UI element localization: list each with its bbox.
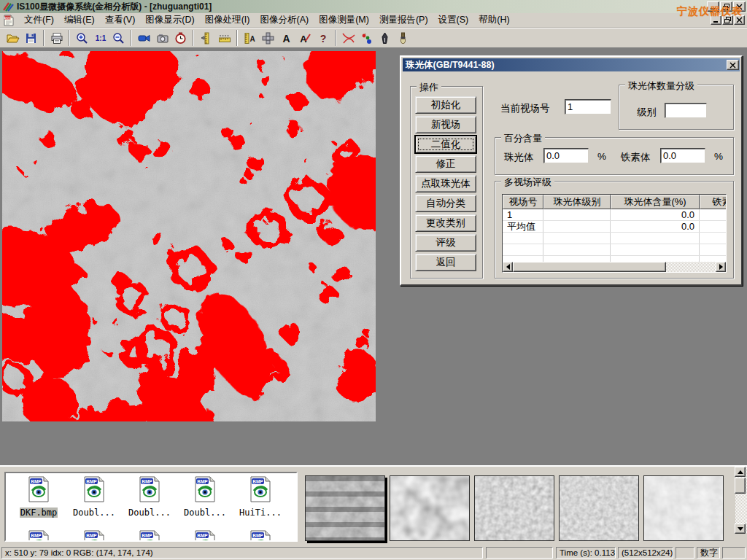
status-spare-1 — [486, 547, 553, 559]
ferrite-percent-input[interactable]: 0.0 — [660, 148, 705, 163]
scrollbar-thumb[interactable] — [513, 262, 666, 272]
scroll-right-button[interactable] — [716, 262, 726, 272]
measure-label-button[interactable]: A — [241, 29, 259, 47]
timer-button[interactable] — [171, 29, 190, 47]
merge-button[interactable] — [259, 29, 277, 47]
bmp-file-icon: BMP — [194, 530, 216, 542]
pearlite-percent-input[interactable]: 0.0 — [543, 148, 589, 163]
file-name[interactable]: Doubl... — [128, 508, 171, 518]
video-camera-button[interactable] — [135, 29, 153, 47]
pen-tool-button[interactable] — [376, 29, 394, 47]
col-pearlite-grade[interactable]: 珠光体级别 — [543, 195, 611, 209]
dialog-title: 珠光体(GB/T9441-88) — [406, 59, 495, 71]
brush-tool-button[interactable] — [394, 29, 412, 47]
menu-image-measure[interactable]: 图像测量(M) — [314, 12, 374, 28]
multi-field-group-label: 多视场评级 — [501, 176, 554, 189]
file-item[interactable]: BMPDoubl... — [67, 476, 121, 518]
thumbnail-1[interactable] — [305, 475, 385, 541]
menu-file[interactable]: 文件(F) — [19, 12, 59, 28]
text-icon: A — [280, 32, 293, 44]
scrollbar-thumb[interactable] — [735, 478, 746, 494]
zoom-out-button[interactable] — [109, 29, 128, 47]
grade-input[interactable] — [665, 103, 707, 118]
change-class-button[interactable]: 更改类别 — [415, 214, 476, 232]
dialog-title-bar[interactable]: 珠光体(GB/T9441-88) — [403, 58, 740, 71]
file-name[interactable]: DKF.bmp — [20, 508, 58, 518]
file-item[interactable]: BMP — [233, 530, 287, 542]
cell-ferrite-content — [700, 209, 727, 220]
cell-ferrite-content — [700, 221, 727, 232]
particle-tool-button[interactable] — [357, 29, 376, 47]
text-tool-button[interactable]: A — [277, 29, 295, 47]
curve-tool-button[interactable] — [339, 29, 357, 47]
particles-icon — [360, 32, 373, 44]
percent-group-label: 百分含量 — [501, 132, 545, 145]
toolbar-separator — [236, 30, 238, 46]
file-item[interactable]: BMPDoubl... — [123, 476, 177, 518]
menu-image-display[interactable]: 图像显示(D) — [140, 12, 199, 28]
col-ferrite-content[interactable]: 铁素体含量(%) — [700, 195, 727, 209]
bmp-label: BMP — [31, 479, 42, 484]
file-item[interactable]: BMPHuiTi... — [233, 476, 287, 518]
menu-measure-report[interactable]: 测量报告(P) — [374, 12, 433, 28]
file-item[interactable]: BMP — [178, 530, 232, 542]
menu-image-analysis[interactable]: 图像分析(A) — [255, 12, 314, 28]
status-spare-2 — [676, 547, 694, 559]
caliper-button[interactable] — [197, 29, 215, 47]
ruler-button[interactable] — [215, 29, 233, 47]
table-row[interactable]: 1 0.0 — [503, 209, 726, 221]
menu-bar: DOC 文件(F) 编辑(E) 查看(V) 图像显示(D) 图像处理(I) 图像… — [0, 13, 747, 28]
table-hscrollbar[interactable] — [503, 262, 726, 272]
thumbnail-4[interactable] — [559, 475, 639, 541]
correct-button[interactable]: 修正 — [415, 155, 476, 173]
cell-pearlite-content: 0.0 — [611, 209, 700, 220]
file-item[interactable]: BMP — [67, 530, 121, 542]
print-button[interactable] — [47, 29, 66, 47]
file-name[interactable]: HuiTi... — [239, 508, 282, 518]
scroll-left-button[interactable] — [503, 262, 513, 272]
menu-image-processing[interactable]: 图像处理(I) — [200, 12, 255, 28]
capture-button[interactable] — [153, 29, 171, 47]
thumbnail-2[interactable] — [390, 475, 470, 541]
thumbnail-5[interactable] — [643, 475, 724, 541]
arrow-right-icon — [719, 264, 723, 270]
file-item[interactable]: BMP — [123, 530, 177, 542]
binarize-button[interactable]: 二值化 — [415, 136, 476, 153]
open-button[interactable] — [4, 29, 22, 47]
actual-size-button[interactable]: 1:1 — [91, 29, 109, 47]
image-canvas[interactable] — [2, 51, 376, 421]
document-icon: DOC — [3, 15, 15, 26]
init-button[interactable]: 初始化 — [415, 96, 476, 114]
scroll-up-button[interactable] — [735, 467, 746, 477]
return-button[interactable]: 返回 — [415, 254, 476, 271]
zoom-in-button[interactable] — [73, 29, 91, 47]
menu-settings[interactable]: 设置(S) — [433, 12, 474, 28]
thumbnail-3[interactable] — [474, 475, 554, 541]
file-name[interactable]: Doubl... — [183, 508, 227, 518]
menu-edit[interactable]: 编辑(E) — [59, 12, 100, 28]
scrollbar-track[interactable] — [666, 262, 716, 272]
table-row[interactable]: 平均值 0.0 — [503, 221, 726, 233]
dialog-close-button[interactable] — [727, 60, 739, 70]
help-button[interactable]: ? — [314, 29, 332, 47]
menu-help[interactable]: 帮助(H) — [473, 12, 514, 28]
file-list-scrollbar[interactable] — [735, 467, 747, 534]
scroll-down-button[interactable] — [735, 524, 746, 534]
file-item[interactable]: BMPDoubl... — [178, 476, 232, 518]
file-name[interactable]: Doubl... — [72, 508, 116, 518]
vendor-watermark: 宁波仪器仪表 — [677, 5, 743, 18]
pick-pearlite-button[interactable]: 点取珠光体 — [415, 175, 476, 192]
rate-button[interactable]: 评级 — [415, 234, 476, 252]
col-field-number[interactable]: 视场号 — [503, 195, 543, 209]
save-button[interactable] — [22, 29, 40, 47]
menu-view[interactable]: 查看(V) — [100, 12, 141, 28]
current-field-input[interactable]: 1 — [565, 99, 611, 114]
file-item[interactable]: BMP — [12, 530, 66, 542]
file-item[interactable]: BMPDKF.bmp — [12, 476, 66, 518]
bmp-label: BMP — [86, 533, 97, 538]
col-pearlite-content[interactable]: 珠光体含量(%) — [611, 195, 700, 209]
annotate-button[interactable]: A — [295, 29, 314, 47]
bmp-label: BMP — [31, 533, 42, 538]
new-field-button[interactable]: 新视场 — [415, 116, 476, 133]
auto-classify-button[interactable]: 自动分类 — [415, 195, 476, 212]
